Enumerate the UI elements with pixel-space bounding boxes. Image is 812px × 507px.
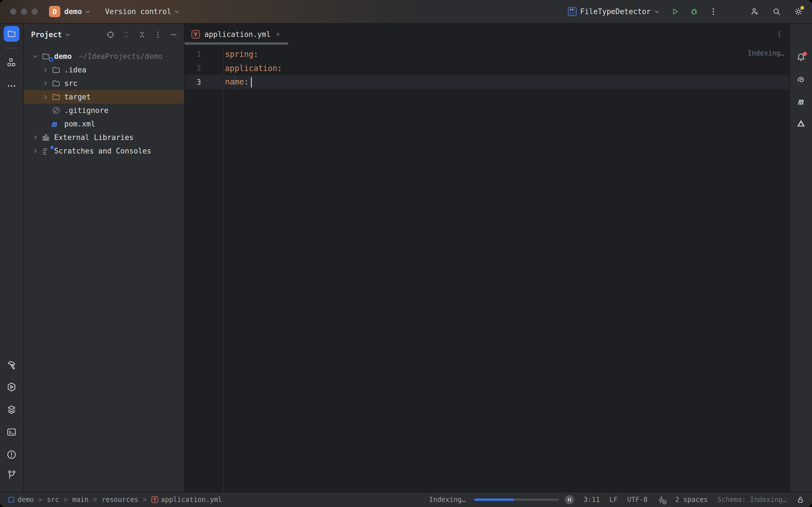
project-panel: Project xyxy=(24,24,185,492)
chevron-down-icon xyxy=(85,9,91,14)
breadcrumb-src[interactable]: src xyxy=(47,496,59,504)
breadcrumb-file[interactable]: application.yml xyxy=(161,496,222,504)
chevron-right-icon[interactable] xyxy=(42,94,52,100)
indent-widget[interactable]: 2 spaces xyxy=(675,496,708,504)
hide-panel-icon[interactable] xyxy=(169,31,178,39)
chevron-down-icon[interactable] xyxy=(32,53,42,60)
tree-label: pom.xml xyxy=(64,120,95,128)
unlocked-padlock-icon[interactable] xyxy=(796,496,805,504)
project-widget-label: demo xyxy=(64,7,82,16)
project-avatar: D xyxy=(49,6,60,17)
project-panel-title[interactable]: Project xyxy=(31,31,62,39)
minimize-window-button[interactable] xyxy=(21,8,27,15)
gradle-knot-icon[interactable] xyxy=(796,119,806,128)
chevron-right-icon[interactable] xyxy=(42,66,52,73)
module-icon xyxy=(8,497,14,503)
tree-row-target[interactable]: target xyxy=(24,90,184,104)
collapse-all-icon[interactable] xyxy=(138,31,146,39)
kebab-menu-icon[interactable] xyxy=(154,31,162,39)
project-widget-button[interactable]: demo xyxy=(60,7,91,16)
libraries-icon xyxy=(42,133,54,142)
chevron-right-icon[interactable] xyxy=(32,134,42,141)
settings-notification-dot xyxy=(801,6,804,10)
zoom-window-button[interactable] xyxy=(32,8,38,15)
run-configuration-selector[interactable]: FileTypeDetector xyxy=(568,7,660,16)
notifications-bell-icon[interactable] xyxy=(796,53,806,62)
git-branch-icon[interactable] xyxy=(6,470,17,480)
tree-label: Scratches and Consoles xyxy=(54,147,151,155)
tree-row-gitignore[interactable]: .gitignore xyxy=(24,104,184,117)
build-hammer-icon[interactable] xyxy=(6,360,17,370)
locate-file-icon[interactable] xyxy=(106,31,115,39)
tree-row-demo[interactable]: demo ~/IdeaProjects/demo xyxy=(24,50,184,63)
breadcrumbs: demo > src > main > resources > Y applic… xyxy=(8,496,222,504)
editor-tab-bar: Y application.yml xyxy=(185,24,790,45)
active-tab-underline xyxy=(185,42,289,45)
breadcrumb-resources[interactable]: resources xyxy=(101,496,138,504)
indent-guide xyxy=(234,75,235,89)
problems-icon[interactable] xyxy=(6,450,17,460)
settings-gear-icon[interactable] xyxy=(794,6,804,17)
chevron-right-icon[interactable] xyxy=(42,80,52,87)
line-number[interactable]: 1 xyxy=(185,50,223,58)
terminal-icon[interactable] xyxy=(6,427,17,437)
code-line[interactable]: 1 spring: xyxy=(185,47,790,61)
caret xyxy=(251,77,252,87)
search-everywhere-icon[interactable] xyxy=(771,6,781,17)
indexing-progress-bar xyxy=(474,499,559,501)
tab-application-yml[interactable]: Y application.yml xyxy=(185,24,288,45)
close-window-button[interactable] xyxy=(10,8,16,15)
code-line-current[interactable]: 3 name: xyxy=(185,75,790,89)
yaml-file-icon: Y xyxy=(151,496,158,503)
debug-button[interactable] xyxy=(689,6,699,17)
services-hexagon-play-icon[interactable] xyxy=(6,382,17,392)
more-actions-kebab-icon[interactable] xyxy=(708,6,718,17)
yaml-file-icon: Y xyxy=(192,30,200,39)
tree-row-idea[interactable]: .idea xyxy=(24,63,184,76)
breadcrumb-main[interactable]: main xyxy=(72,496,89,504)
breadcrumb-separator: > xyxy=(143,496,147,504)
code-with-me-add-user-icon[interactable] xyxy=(749,6,760,17)
maven-icon[interactable]: m xyxy=(798,96,804,107)
expand-collapse-icon[interactable] xyxy=(122,31,131,39)
more-tool-windows-icon[interactable] xyxy=(6,81,17,91)
ai-assistant-icon[interactable] xyxy=(796,75,806,85)
caret-position-widget[interactable]: 3:11 xyxy=(583,496,600,504)
run-button[interactable] xyxy=(670,6,680,17)
line-number[interactable]: 2 xyxy=(185,64,223,72)
tree-label: External Libraries xyxy=(54,133,134,142)
tree-row-pom[interactable]: m pom.xml xyxy=(24,117,184,131)
tree-label: .gitignore xyxy=(64,106,109,115)
indexing-progress-fill xyxy=(474,499,514,501)
chevron-down-icon xyxy=(174,9,180,14)
vcs-widget-button[interactable]: Version control xyxy=(105,7,180,16)
breadcrumb-demo[interactable]: demo xyxy=(17,496,34,504)
layers-icon[interactable] xyxy=(6,404,17,414)
tree-path: ~/IdeaProjects/demo xyxy=(79,52,162,61)
line-number[interactable]: 3 xyxy=(185,78,223,87)
chevron-right-icon[interactable] xyxy=(32,148,42,154)
tree-row-scratches[interactable]: Scratches and Consoles xyxy=(24,144,184,158)
window-controls[interactable] xyxy=(10,8,38,15)
inspections-widget-icon[interactable]: ! xyxy=(657,496,666,504)
inspection-badge: ! xyxy=(662,500,667,504)
structure-icon[interactable] xyxy=(6,57,17,67)
code-editor[interactable]: Indexing… 1 spring: 2 application: 3 nam… xyxy=(185,45,790,492)
tree-row-external-libraries[interactable]: External Libraries xyxy=(24,131,184,144)
module-folder-icon xyxy=(42,52,54,61)
tab-options-kebab-icon[interactable] xyxy=(775,31,783,38)
excluded-folder-icon xyxy=(52,93,64,101)
project-tool-window-button[interactable] xyxy=(4,26,19,42)
chevron-down-icon[interactable] xyxy=(65,32,70,38)
tree-row-src[interactable]: src xyxy=(24,76,184,90)
pause-indexing-button[interactable] xyxy=(565,495,574,504)
close-tab-icon[interactable] xyxy=(275,32,281,37)
encoding-widget[interactable]: UTF-8 xyxy=(627,496,648,504)
chevron-spacer xyxy=(42,107,52,114)
breadcrumb-separator: > xyxy=(93,496,97,504)
code-line[interactable]: 2 application: xyxy=(185,61,790,75)
right-tool-window-bar: m xyxy=(790,24,812,492)
line-separator-widget[interactable]: LF xyxy=(610,496,618,504)
schema-widget[interactable]: Schema: Indexing… xyxy=(717,496,786,504)
toolbar-divider xyxy=(5,48,18,48)
